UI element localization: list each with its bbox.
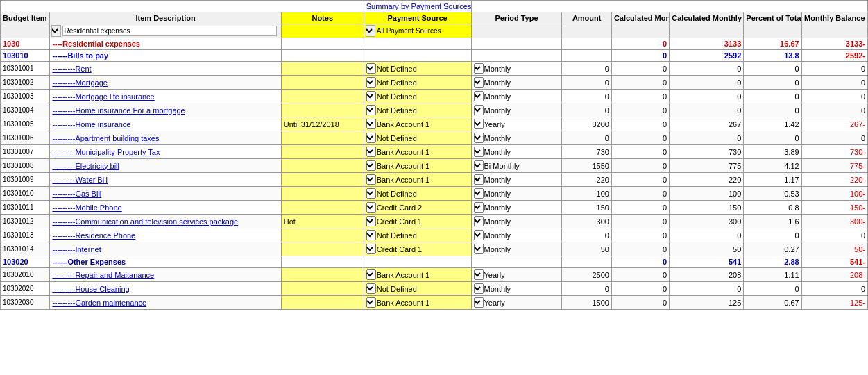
row-period[interactable]: ▼ Monthly [471, 201, 562, 215]
row-desc[interactable]: ---------Mortgage life insurance [50, 90, 281, 103]
section-code: 1030 [1, 38, 50, 50]
desc-filter-input[interactable] [62, 26, 276, 36]
period-dropdown[interactable]: ▼ [474, 63, 484, 74]
row-period[interactable]: ▼ Bi Monthly [471, 159, 562, 173]
payment-filter-dropdown[interactable]: ▼ [366, 25, 375, 37]
row-calc-expense: 0 [670, 228, 744, 242]
row-period[interactable]: ▼ Monthly [471, 187, 562, 201]
period-dropdown[interactable]: ▼ [474, 202, 484, 212]
row-desc[interactable]: ---------Garden maintenance [50, 296, 281, 310]
payment-dropdown[interactable]: ▼ [366, 160, 376, 171]
row-payment[interactable]: ▼ Not Defined [364, 76, 471, 90]
payment-dropdown[interactable]: ▼ [366, 188, 376, 199]
row-desc[interactable]: ---------Repair and Maitanance [50, 268, 281, 282]
row-calc-expense: 730 [670, 145, 744, 159]
period-dropdown[interactable]: ▼ [474, 147, 484, 157]
payment-dropdown[interactable]: ▼ [366, 283, 376, 294]
row-calc-monthly: 0 [611, 187, 669, 201]
row-payment[interactable]: ▼ Not Defined [364, 62, 471, 76]
row-period[interactable]: ▼ Monthly [471, 215, 562, 228]
row-payment[interactable]: ▼ Credit Card 2 [364, 201, 471, 215]
row-period[interactable]: ▼ Monthly [471, 173, 562, 187]
row-payment[interactable]: ▼ Credit Card 1 [364, 215, 471, 228]
payment-dropdown[interactable]: ▼ [366, 119, 376, 129]
payment-dropdown[interactable]: ▼ [366, 77, 376, 88]
row-payment[interactable]: ▼ Bank Account 1 [364, 159, 471, 173]
row-period[interactable]: ▼ Monthly [471, 242, 562, 256]
period-dropdown[interactable]: ▼ [474, 188, 484, 199]
row-desc[interactable]: ---------Mobile Phone [50, 201, 281, 215]
payment-dropdown[interactable]: ▼ [366, 105, 376, 115]
row-payment[interactable]: ▼ Credit Card 1 [364, 242, 471, 256]
payment-filter-cell[interactable]: ▼ All Payment Sources [364, 24, 471, 38]
row-payment[interactable]: ▼ Bank Account 1 [364, 173, 471, 187]
period-dropdown[interactable]: ▼ [474, 297, 484, 308]
period-dropdown[interactable]: ▼ [474, 283, 484, 294]
row-desc[interactable]: ---------Internet [50, 242, 281, 256]
section-calc-expense: 3133 [670, 38, 744, 50]
row-desc[interactable]: ---------Apartment building taxes [50, 131, 281, 145]
period-dropdown[interactable]: ▼ [474, 119, 484, 129]
row-period[interactable]: ▼ Monthly [471, 228, 562, 242]
row-desc[interactable]: ---------Electricity bill [50, 159, 281, 173]
row-desc[interactable]: ---------Home insurance For a mortgage [50, 103, 281, 117]
payment-dropdown[interactable]: ▼ [366, 230, 376, 240]
row-desc[interactable]: ---------Mortgage [50, 76, 281, 90]
row-payment[interactable]: ▼ Bank Account 1 [364, 296, 471, 310]
row-payment[interactable]: ▼ Not Defined [364, 131, 471, 145]
row-desc[interactable]: ---------Municipality Property Tax [50, 145, 281, 159]
period-dropdown[interactable]: ▼ [474, 160, 484, 171]
row-payment[interactable]: ▼ Bank Account 1 [364, 145, 471, 159]
payment-dropdown[interactable]: ▼ [366, 63, 376, 74]
payment-value: Not Defined [377, 92, 417, 101]
payment-dropdown[interactable]: ▼ [366, 133, 376, 143]
period-dropdown[interactable]: ▼ [474, 216, 484, 226]
row-payment[interactable]: ▼ Not Defined [364, 103, 471, 117]
row-desc[interactable]: ---------Rent [50, 62, 281, 76]
row-period[interactable]: ▼ Monthly [471, 76, 562, 90]
row-payment[interactable]: ▼ Not Defined [364, 187, 471, 201]
subsection-percent: 13.8 [744, 50, 801, 62]
payment-dropdown[interactable]: ▼ [366, 269, 376, 280]
row-desc[interactable]: ---------Gas Bill [50, 187, 281, 201]
row-percent: 3.89 [744, 145, 801, 159]
row-code: 10302010 [1, 268, 50, 282]
row-desc[interactable]: ---------Water Bill [50, 173, 281, 187]
payment-dropdown[interactable]: ▼ [366, 174, 376, 185]
row-payment[interactable]: ▼ Not Defined [364, 282, 471, 296]
row-desc[interactable]: ---------Home insurance [50, 117, 281, 131]
row-period[interactable]: ▼ Monthly [471, 62, 562, 76]
row-payment[interactable]: ▼ Bank Account 1 [364, 117, 471, 131]
period-dropdown[interactable]: ▼ [474, 230, 484, 240]
row-period[interactable]: ▼ Monthly [471, 131, 562, 145]
payment-dropdown[interactable]: ▼ [366, 147, 376, 157]
row-desc[interactable]: ---------Residence Phone [50, 228, 281, 242]
payment-dropdown[interactable]: ▼ [366, 202, 376, 212]
row-period[interactable]: ▼ Monthly [471, 145, 562, 159]
period-dropdown[interactable]: ▼ [474, 133, 484, 143]
period-dropdown[interactable]: ▼ [474, 244, 484, 254]
desc-filter-cell[interactable]: ▼ [50, 24, 281, 38]
row-period[interactable]: ▼ Yearly [471, 117, 562, 131]
row-payment[interactable]: ▼ Not Defined [364, 228, 471, 242]
period-dropdown[interactable]: ▼ [474, 91, 484, 101]
payment-dropdown[interactable]: ▼ [366, 216, 376, 226]
row-period[interactable]: ▼ Monthly [471, 103, 562, 117]
payment-dropdown[interactable]: ▼ [366, 244, 376, 254]
payment-dropdown[interactable]: ▼ [366, 91, 376, 101]
row-period[interactable]: ▼ Yearly [471, 268, 562, 282]
row-desc[interactable]: ---------House Cleaning [50, 282, 281, 296]
row-period[interactable]: ▼ Yearly [471, 296, 562, 310]
row-payment[interactable]: ▼ Not Defined [364, 90, 471, 103]
period-dropdown[interactable]: ▼ [474, 77, 484, 88]
row-period[interactable]: ▼ Monthly [471, 282, 562, 296]
payment-dropdown[interactable]: ▼ [366, 297, 376, 308]
period-dropdown[interactable]: ▼ [474, 105, 484, 115]
period-dropdown[interactable]: ▼ [474, 269, 484, 280]
period-dropdown[interactable]: ▼ [474, 174, 484, 185]
row-period[interactable]: ▼ Monthly [471, 90, 562, 103]
summary-link[interactable]: Summary by Payment Sources [366, 2, 471, 10]
row-desc[interactable]: ---------Communication and television se… [50, 215, 281, 228]
row-payment[interactable]: ▼ Bank Account 1 [364, 268, 471, 282]
desc-filter-dropdown[interactable]: ▼ [51, 25, 61, 37]
